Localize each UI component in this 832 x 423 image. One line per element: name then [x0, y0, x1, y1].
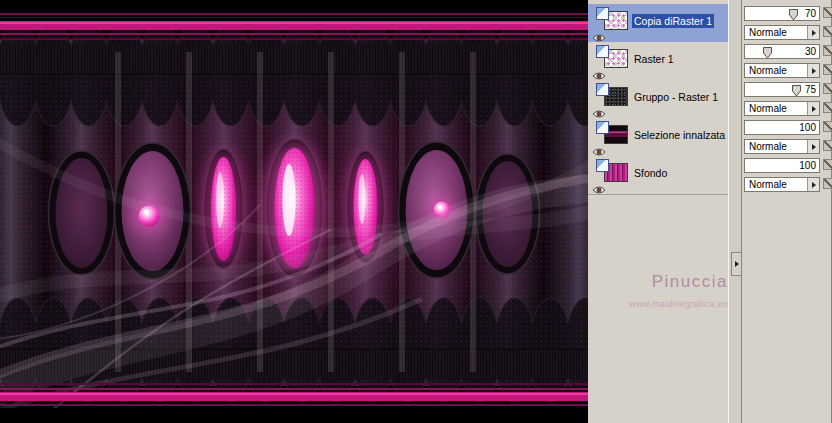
opacity-value: 70	[805, 7, 816, 20]
link-layer-icon[interactable]	[823, 26, 832, 37]
opacity-value: 75	[805, 83, 816, 96]
blend-mode-dropdown[interactable]: Normale	[744, 101, 820, 116]
edit-pencil-icon[interactable]	[823, 159, 832, 170]
raster-layer-icon	[596, 159, 609, 172]
dropdown-arrow-icon[interactable]	[807, 26, 819, 39]
layer-row-gruppo-raster-1[interactable]: Gruppo - Raster 1	[588, 80, 728, 119]
layer-controls-row-1: 70 Normale	[744, 4, 832, 42]
opacity-slider[interactable]: 100	[744, 120, 820, 135]
edit-pencil-icon[interactable]	[823, 83, 832, 94]
opacity-value: 100	[799, 159, 816, 172]
link-layer-icon[interactable]	[823, 140, 832, 151]
blend-mode-label: Normale	[745, 141, 787, 152]
blend-mode-dropdown[interactable]: Normale	[744, 63, 820, 78]
layer-name: Selezione innalzata	[632, 128, 727, 142]
layer-list: Copia diRaster 1 Raster 1	[588, 0, 728, 423]
opacity-value: 30	[805, 45, 816, 58]
layer-controls: 70 Normale 30 Normale	[744, 0, 832, 423]
layer-controls-row-4: 100 Normale	[744, 118, 832, 156]
raster-layer-icon	[596, 121, 609, 134]
palette-splitter[interactable]	[728, 0, 742, 423]
blend-mode-label: Normale	[745, 65, 787, 76]
layer-thumbnail[interactable]	[596, 7, 628, 31]
canvas-artwork	[0, 0, 588, 423]
layer-thumbnail[interactable]	[596, 83, 628, 107]
opacity-slider[interactable]: 70	[744, 6, 820, 21]
layers-palette: Copia diRaster 1 Raster 1	[588, 0, 832, 423]
raster-layer-icon	[596, 45, 609, 58]
edit-pencil-icon[interactable]	[823, 121, 832, 132]
layer-row-selezione-innalzata[interactable]: Selezione innalzata	[588, 118, 728, 157]
slider-thumb-icon[interactable]	[763, 45, 772, 63]
visibility-eye-icon[interactable]	[592, 105, 606, 115]
slider-thumb-icon[interactable]	[792, 83, 801, 101]
opacity-slider[interactable]: 75	[744, 82, 820, 97]
slider-thumb-icon[interactable]	[789, 7, 798, 25]
layer-controls-row-3: 75 Normale	[744, 80, 832, 118]
splitter-collapse-button[interactable]	[731, 252, 742, 276]
opacity-slider[interactable]: 30	[744, 44, 820, 59]
raster-layer-icon	[596, 7, 609, 20]
dropdown-arrow-icon[interactable]	[807, 64, 819, 77]
visibility-eye-icon[interactable]	[592, 181, 606, 191]
edit-pencil-icon[interactable]	[823, 7, 832, 18]
layer-row-sfondo[interactable]: Sfondo	[588, 156, 728, 195]
layer-thumbnail[interactable]	[596, 121, 628, 145]
layer-name: Gruppo - Raster 1	[632, 90, 720, 104]
blend-mode-dropdown[interactable]: Normale	[744, 177, 820, 192]
blend-mode-label: Normale	[745, 27, 787, 38]
arrow-right-icon	[735, 261, 739, 267]
link-layer-icon[interactable]	[823, 102, 832, 113]
layer-name: Sfondo	[632, 166, 669, 180]
raster-layer-icon	[596, 83, 609, 96]
blend-mode-dropdown[interactable]: Normale	[744, 139, 820, 154]
layer-thumbnail[interactable]	[596, 159, 628, 183]
layer-name: Raster 1	[632, 52, 676, 66]
blend-mode-dropdown[interactable]: Normale	[744, 25, 820, 40]
layer-controls-row-2: 30 Normale	[744, 42, 832, 80]
layer-controls-row-5: 100 Normale	[744, 156, 832, 194]
edit-pencil-icon[interactable]	[823, 45, 832, 56]
layer-row-copia-diraster-1[interactable]: Copia diRaster 1	[588, 4, 728, 43]
opacity-value: 100	[799, 121, 816, 134]
dropdown-arrow-icon[interactable]	[807, 102, 819, 115]
canvas[interactable]	[0, 0, 588, 423]
link-layer-icon[interactable]	[823, 64, 832, 75]
visibility-eye-icon[interactable]	[592, 67, 606, 77]
app-window: Copia diRaster 1 Raster 1	[0, 0, 832, 423]
dropdown-arrow-icon[interactable]	[807, 178, 819, 191]
layer-row-raster-1[interactable]: Raster 1	[588, 42, 728, 81]
dropdown-arrow-icon[interactable]	[807, 140, 819, 153]
layer-name: Copia diRaster 1	[632, 14, 714, 28]
link-layer-icon[interactable]	[823, 178, 832, 189]
opacity-slider[interactable]: 100	[744, 158, 820, 173]
layer-thumbnail[interactable]	[596, 45, 628, 69]
blend-mode-label: Normale	[745, 103, 787, 114]
visibility-eye-icon[interactable]	[592, 29, 606, 39]
blend-mode-label: Normale	[745, 179, 787, 190]
visibility-eye-icon[interactable]	[592, 143, 606, 153]
